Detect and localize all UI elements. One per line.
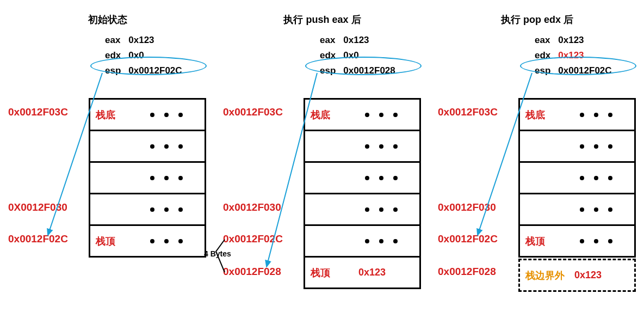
addr-label: 0x0012F02C — [223, 233, 283, 245]
addr-label: 0x0012F030 — [438, 201, 496, 213]
addr-label: 0x0012F030 — [223, 201, 281, 213]
reg-eax-label: eax — [317, 34, 339, 48]
reg-edx-label: edx — [317, 49, 339, 63]
registers: eax0x123 edx0x0 esp0x0012F028 — [315, 33, 400, 79]
reg-esp-value: 0x0012F028 — [340, 64, 398, 78]
reg-eax-value: 0x123 — [340, 34, 398, 48]
reg-edx-value: 0x0 — [125, 49, 185, 63]
stack-cell-top: 栈顶 — [520, 224, 634, 256]
stack-cell — [520, 130, 634, 161]
reg-edx-label: edx — [531, 49, 554, 63]
registers: eax0x123 edx0x0 esp0x0012F02C — [101, 33, 187, 79]
stack-diagram: 初始状态 eax0x123 edx0x0 esp0x0012F02C 0x001… — [0, 0, 644, 312]
reg-eax-value: 0x123 — [555, 34, 615, 48]
stack-box: 栈底 栈顶0x123 — [304, 98, 421, 289]
stack-cell-bottom: 栈底 — [305, 100, 419, 130]
addr-label: 0x0012F02C — [438, 233, 498, 245]
reg-edx-value: 0x0 — [340, 49, 398, 63]
reg-esp-value: 0x0012F02C — [555, 64, 615, 78]
addr-label: 0x0012F028 — [438, 266, 496, 278]
stack-cell — [90, 193, 205, 224]
panel-title: 执行 push eax 后 — [215, 13, 430, 26]
stack-beyond-boundary: 栈边界外 0x123 — [518, 259, 636, 292]
panel-title: 初始状态 — [0, 13, 215, 26]
stack-cell — [305, 193, 419, 224]
addr-label: 0x0012F03C — [223, 106, 283, 118]
reg-eax-label: eax — [531, 34, 554, 48]
addr-label: 0x0012F02C — [8, 233, 68, 245]
stack-cell — [305, 130, 419, 161]
addr-label: 0X0012F030 — [8, 201, 67, 213]
stack-cell-bottom: 栈底 — [520, 100, 634, 130]
addr-label: 0x0012F03C — [438, 106, 498, 118]
stack-box: 栈底 栈顶 — [518, 98, 636, 258]
stack-cell — [520, 193, 634, 224]
reg-esp-label: esp — [102, 64, 124, 78]
addr-label: 0x0012F03C — [8, 106, 68, 118]
addr-label: 0x0012F028 — [223, 266, 281, 278]
reg-edx-value: 0x123 — [555, 49, 615, 63]
stack-cell — [305, 161, 419, 193]
registers: eax0x123 edx0x123 esp0x0012F02C — [530, 33, 616, 79]
reg-esp-label: esp — [317, 64, 339, 78]
reg-eax-value: 0x123 — [125, 34, 185, 48]
stack-box: 栈底 栈顶 — [89, 98, 206, 258]
reg-eax-label: eax — [102, 34, 124, 48]
reg-esp-value: 0x0012F02C — [125, 64, 185, 78]
stack-cell — [90, 161, 205, 193]
four-bytes-note: 4 Bytes — [204, 249, 231, 258]
stack-cell — [520, 161, 634, 193]
reg-edx-label: edx — [102, 49, 124, 63]
stack-cell-top: 栈顶0x123 — [305, 256, 419, 287]
stack-cell — [90, 130, 205, 161]
panel-title: 执行 pop edx 后 — [430, 13, 644, 26]
stack-cell-top: 栈顶 — [90, 224, 205, 256]
reg-esp-label: esp — [531, 64, 554, 78]
stack-cell-bottom: 栈底 — [90, 100, 205, 130]
stack-cell — [305, 224, 419, 256]
